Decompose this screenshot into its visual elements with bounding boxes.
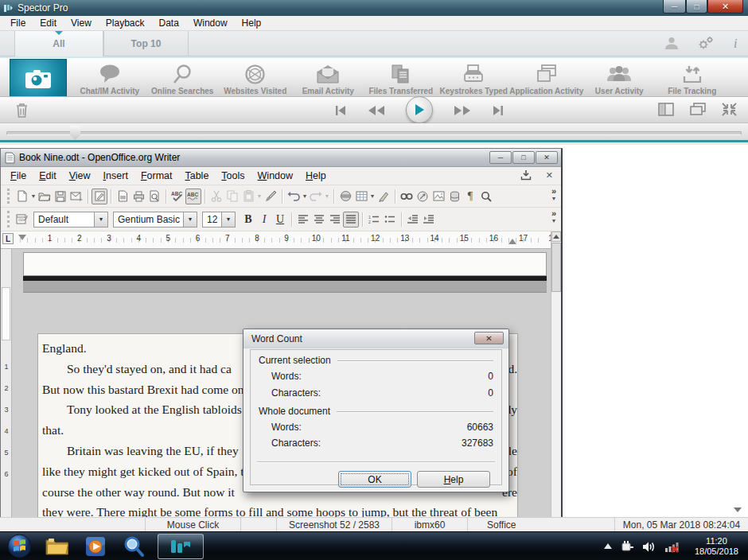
- oo-menu-item[interactable]: View: [63, 169, 97, 183]
- menu-item[interactable]: Playback: [99, 16, 152, 30]
- tool-keywords-clipped[interactable]: Key: [729, 58, 748, 97]
- minimize-button[interactable]: ─: [663, 0, 686, 14]
- volume-icon[interactable]: [642, 541, 656, 553]
- align-right-icon[interactable]: [327, 212, 343, 228]
- oo-menu-item[interactable]: Window: [251, 169, 299, 183]
- vertical-ruler[interactable]: 123456: [1, 249, 12, 517]
- menu-item[interactable]: View: [64, 16, 99, 30]
- font-size-combo[interactable]: 12 ▼: [202, 212, 236, 228]
- tool-files-transferred[interactable]: Files Transferred: [364, 58, 438, 97]
- taskbar-media-player[interactable]: [80, 534, 111, 559]
- paste-icon[interactable]: [240, 189, 256, 204]
- show-hidden-icons-icon[interactable]: [604, 543, 612, 550]
- network-disconnected-icon[interactable]: [664, 540, 680, 553]
- numbered-list-icon[interactable]: 12: [366, 212, 382, 228]
- menu-item[interactable]: Window: [186, 16, 235, 30]
- navigator-icon[interactable]: [415, 189, 430, 204]
- email-document-icon[interactable]: [68, 189, 84, 204]
- copy-icon[interactable]: [224, 189, 240, 204]
- timeline-track[interactable]: [6, 131, 742, 135]
- scroll-up-button[interactable]: [551, 231, 561, 242]
- spellcheck-icon[interactable]: ABC: [169, 189, 185, 204]
- tool-user-activity[interactable]: User Activity: [583, 58, 656, 97]
- undo-dropdown-icon[interactable]: ▼: [302, 189, 308, 204]
- styles-formatting-icon[interactable]: [14, 212, 30, 228]
- bullet-list-icon[interactable]: [382, 212, 398, 228]
- taskbar-explorer[interactable]: [41, 534, 73, 559]
- undo-icon[interactable]: [286, 189, 302, 204]
- oo-menu-item[interactable]: Help: [299, 169, 333, 183]
- auto-spellcheck-toggle-icon[interactable]: ABC: [185, 189, 201, 204]
- oo-menu-item[interactable]: Edit: [33, 169, 63, 183]
- page-preview-icon[interactable]: [146, 189, 162, 204]
- rewind-icon[interactable]: [368, 105, 385, 116]
- find-replace-icon[interactable]: [399, 189, 415, 204]
- delete-trash-icon[interactable]: [14, 102, 29, 119]
- oo-menu-item[interactable]: Insert: [97, 169, 134, 183]
- taskbar-spector-active[interactable]: [158, 534, 204, 559]
- combo-dropdown-icon[interactable]: ▼: [183, 212, 197, 227]
- combo-dropdown-icon[interactable]: ▼: [94, 212, 107, 227]
- scrollbar-thumb[interactable]: [551, 243, 561, 292]
- decrease-indent-icon[interactable]: [405, 212, 421, 228]
- left-indent-marker[interactable]: [18, 235, 26, 240]
- menu-item[interactable]: Edit: [33, 16, 64, 30]
- oo-menu-item[interactable]: Table: [178, 169, 215, 183]
- user-profile-icon[interactable]: [664, 36, 680, 50]
- edit-file-toggle-icon[interactable]: [92, 189, 107, 204]
- tool-file-tracking[interactable]: File Tracking: [656, 58, 729, 97]
- format-paintbrush-icon[interactable]: [263, 189, 279, 204]
- toolbar-grip[interactable]: [7, 211, 10, 227]
- screenshots-tool-active[interactable]: [10, 59, 67, 97]
- open-file-icon[interactable]: [37, 189, 53, 204]
- timeline-thumb[interactable]: [70, 126, 80, 140]
- vertical-scrollbar[interactable]: [551, 231, 561, 517]
- zoom-icon[interactable]: [478, 189, 494, 204]
- align-center-icon[interactable]: [311, 212, 327, 228]
- new-document-icon[interactable]: [14, 189, 30, 204]
- combo-dropdown-icon[interactable]: ▼: [221, 212, 235, 227]
- align-left-icon[interactable]: [295, 212, 311, 228]
- paragraph-style-combo[interactable]: Default ▼: [33, 212, 108, 228]
- toolbar-grip[interactable]: [7, 189, 10, 204]
- insert-table-icon[interactable]: [353, 189, 369, 204]
- skip-end-icon[interactable]: [492, 105, 505, 116]
- oo-menu-item[interactable]: Format: [134, 169, 179, 183]
- tool-online-searches[interactable]: Online Searches: [146, 58, 220, 97]
- save-icon[interactable]: [53, 189, 68, 204]
- close-button[interactable]: ✕: [707, 0, 743, 14]
- power-plug-icon[interactable]: [620, 540, 634, 553]
- oo-close-button[interactable]: ✕: [536, 151, 558, 164]
- tool-application-activity[interactable]: Application Activity: [510, 58, 583, 97]
- maximize-button[interactable]: □: [686, 0, 707, 14]
- info-icon[interactable]: i: [732, 36, 740, 50]
- right-indent-marker[interactable]: [508, 239, 516, 244]
- tab-top10[interactable]: Top 10: [103, 31, 189, 56]
- menu-item[interactable]: File: [3, 16, 33, 30]
- gallery-icon[interactable]: [430, 189, 446, 204]
- nonprinting-characters-icon[interactable]: ¶: [462, 189, 478, 204]
- ok-button[interactable]: OK: [338, 471, 411, 488]
- skip-start-icon[interactable]: [334, 105, 347, 116]
- underline-button[interactable]: U: [272, 212, 288, 228]
- cut-icon[interactable]: [208, 189, 224, 204]
- settings-gears-icon[interactable]: [697, 36, 715, 50]
- paste-dropdown-icon[interactable]: ▼: [256, 189, 263, 204]
- collapse-panel-icon[interactable]: [722, 103, 737, 116]
- menu-item[interactable]: Data: [152, 16, 186, 30]
- print-icon[interactable]: [131, 189, 146, 204]
- oo-menu-item[interactable]: File: [4, 169, 33, 183]
- redo-icon[interactable]: [308, 189, 324, 204]
- tool-email-activity[interactable]: Email Activity: [292, 58, 365, 97]
- show-draw-functions-icon[interactable]: [376, 189, 392, 204]
- viewport-scroll-down-icon[interactable]: [734, 508, 742, 512]
- play-button[interactable]: [406, 96, 433, 123]
- font-name-combo[interactable]: Gentium Basic ▼: [113, 212, 197, 228]
- cascade-windows-icon[interactable]: [690, 103, 706, 116]
- tool-websites-visited[interactable]: Websites Visited: [219, 58, 292, 97]
- new-dropdown-icon[interactable]: ▼: [30, 189, 37, 204]
- tool-chat-im-activity[interactable]: Chat/IM Activity: [73, 58, 146, 97]
- start-button[interactable]: [3, 534, 35, 559]
- menu-item[interactable]: Help: [235, 16, 269, 30]
- taskbar-clock[interactable]: 11:20 18/05/2018: [688, 536, 745, 557]
